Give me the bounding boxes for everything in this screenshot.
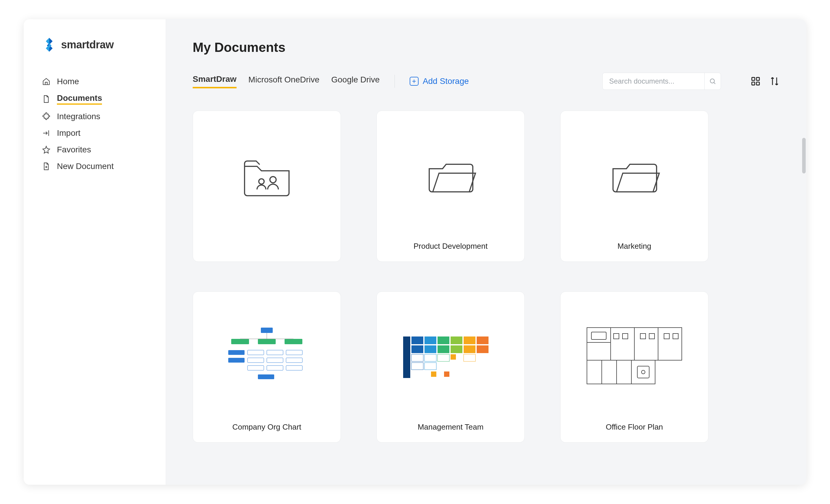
page-title: My Documents xyxy=(193,40,779,55)
svg-rect-30 xyxy=(464,337,476,344)
svg-rect-20 xyxy=(267,366,283,370)
star-icon xyxy=(41,145,51,154)
svg-rect-14 xyxy=(286,350,302,355)
tab-smartdraw[interactable]: SmartDraw xyxy=(193,74,236,88)
svg-point-0 xyxy=(710,79,714,83)
scrollbar-thumb[interactable] xyxy=(802,138,806,174)
sidebar-item-documents[interactable]: Documents xyxy=(41,90,157,108)
svg-rect-7 xyxy=(261,327,273,333)
svg-rect-32 xyxy=(411,345,423,353)
sidebar-item-import[interactable]: Import xyxy=(41,125,157,141)
svg-rect-13 xyxy=(267,350,283,355)
plus-square-icon: + xyxy=(410,77,419,86)
puzzle-icon xyxy=(41,112,51,121)
document-card-management-team[interactable]: Management Team xyxy=(377,291,525,443)
org-chart-thumbnail-icon xyxy=(214,325,320,390)
search-input[interactable] xyxy=(603,77,704,85)
brand-logo[interactable]: smartdraw xyxy=(41,37,157,53)
storage-tabs: SmartDraw Microsoft OneDrive Google Driv… xyxy=(193,74,380,88)
svg-rect-64 xyxy=(673,334,678,339)
search-button[interactable] xyxy=(704,73,721,90)
card-caption: Management Team xyxy=(377,422,524,442)
svg-rect-22 xyxy=(258,374,274,379)
svg-rect-38 xyxy=(411,354,423,361)
svg-rect-57 xyxy=(637,366,649,378)
svg-point-58 xyxy=(641,370,645,374)
svg-rect-11 xyxy=(228,350,245,355)
svg-rect-2 xyxy=(757,77,760,80)
add-storage-button[interactable]: + Add Storage xyxy=(410,76,469,86)
grid-view-icon[interactable] xyxy=(751,76,761,86)
sidebar-item-favorites[interactable]: Favorites xyxy=(41,141,157,158)
search-icon xyxy=(709,78,716,85)
folder-card-shared[interactable] xyxy=(193,111,341,262)
folder-open-icon xyxy=(424,156,477,196)
svg-rect-39 xyxy=(424,354,436,361)
view-controls xyxy=(751,76,779,86)
floor-plan-thumbnail-icon xyxy=(584,325,685,390)
svg-rect-63 xyxy=(664,334,669,339)
svg-rect-35 xyxy=(451,345,462,353)
card-thumb xyxy=(193,292,341,422)
document-card-office-floor-plan[interactable]: Office Floor Plan xyxy=(560,291,708,443)
svg-rect-44 xyxy=(424,363,436,370)
shared-folder-icon xyxy=(240,157,293,197)
svg-rect-28 xyxy=(438,337,449,344)
svg-rect-37 xyxy=(477,345,488,353)
documents-grid: Product Development Marketing xyxy=(193,111,779,443)
new-document-icon xyxy=(41,162,51,171)
svg-rect-62 xyxy=(649,334,655,339)
svg-rect-40 xyxy=(438,354,449,361)
sidebar-item-new-document[interactable]: New Document xyxy=(41,158,157,175)
import-icon xyxy=(41,128,51,138)
svg-rect-15 xyxy=(228,358,245,363)
sidebar-item-label: Favorites xyxy=(57,145,91,154)
sidebar-item-label: Documents xyxy=(57,93,102,105)
svg-rect-18 xyxy=(286,358,302,363)
document-icon xyxy=(41,94,51,104)
sidebar-nav: Home Documents Integrations Import xyxy=(41,73,157,175)
svg-rect-12 xyxy=(248,350,264,355)
brand-name: smartdraw xyxy=(61,38,114,51)
svg-rect-19 xyxy=(248,366,264,370)
main-content: My Documents SmartDraw Microsoft OneDriv… xyxy=(166,19,806,485)
card-caption xyxy=(193,244,341,261)
card-caption: Product Development xyxy=(377,242,524,261)
card-thumb xyxy=(193,111,341,244)
sidebar-item-label: New Document xyxy=(57,162,114,171)
svg-rect-8 xyxy=(231,339,249,344)
card-caption: Office Floor Plan xyxy=(561,422,708,442)
svg-rect-29 xyxy=(451,337,462,344)
card-thumb xyxy=(377,111,524,242)
sort-icon[interactable] xyxy=(769,76,779,86)
divider xyxy=(394,75,395,88)
folder-card-marketing[interactable]: Marketing xyxy=(560,111,708,262)
svg-rect-59 xyxy=(614,334,619,339)
folder-open-icon xyxy=(608,156,661,196)
svg-rect-46 xyxy=(444,372,449,377)
svg-rect-53 xyxy=(592,332,606,340)
card-thumb xyxy=(377,292,524,422)
home-icon xyxy=(41,77,51,86)
card-caption: Company Org Chart xyxy=(193,422,341,442)
svg-rect-26 xyxy=(411,337,423,344)
sidebar-item-integrations[interactable]: Integrations xyxy=(41,108,157,125)
folder-card-product-development[interactable]: Product Development xyxy=(377,111,525,262)
document-card-company-org-chart[interactable]: Company Org Chart xyxy=(193,291,341,443)
card-thumb xyxy=(561,111,708,242)
brand-mark-icon xyxy=(41,37,57,53)
svg-rect-60 xyxy=(622,334,628,339)
svg-rect-41 xyxy=(451,354,456,359)
svg-rect-31 xyxy=(477,337,488,344)
svg-rect-61 xyxy=(640,334,646,339)
sidebar-item-home[interactable]: Home xyxy=(41,73,157,90)
svg-rect-34 xyxy=(438,345,449,353)
svg-rect-9 xyxy=(258,339,276,344)
svg-rect-3 xyxy=(752,82,755,85)
tab-onedrive[interactable]: Microsoft OneDrive xyxy=(248,75,320,88)
card-thumb xyxy=(561,292,708,422)
management-team-thumbnail-icon xyxy=(400,330,501,384)
svg-rect-45 xyxy=(431,372,436,377)
svg-rect-17 xyxy=(267,358,283,363)
tab-googledrive[interactable]: Google Drive xyxy=(331,75,379,88)
